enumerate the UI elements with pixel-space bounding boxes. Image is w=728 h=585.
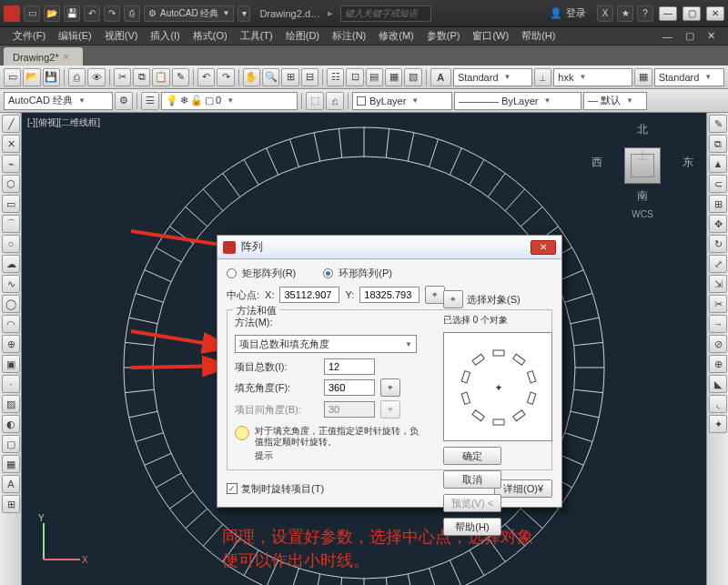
qat-new-file-icon[interactable]: ▭ (24, 5, 40, 22)
tool-scale-icon[interactable]: ⤢ (709, 255, 727, 273)
qat-open-icon[interactable]: 📂 (44, 5, 60, 22)
pick-fill-angle-icon[interactable]: ⌖ (380, 378, 400, 397)
tool-rotate-icon[interactable]: ↻ (709, 235, 727, 253)
qat-dropdown-icon[interactable]: ▾ (238, 5, 250, 22)
linetype-selector[interactable]: ———— ByLayer▼ (454, 92, 581, 110)
tool-gradient-icon[interactable]: ◐ (2, 415, 20, 433)
tb-match-icon[interactable]: ✎ (172, 68, 189, 86)
tool-spline-icon[interactable]: ∿ (2, 275, 20, 293)
tool-block-icon[interactable]: ▣ (2, 355, 20, 373)
tool-mirror-icon[interactable]: ▲ (709, 155, 727, 173)
mdi-minimize-icon[interactable]: — (657, 31, 678, 42)
tool-stretch-icon[interactable]: ⇲ (709, 275, 727, 293)
total-items-input[interactable] (324, 358, 375, 375)
tb-preview-icon[interactable]: 👁 (87, 68, 105, 86)
login-link[interactable]: 👤 登录 (550, 6, 586, 20)
tb-save-icon[interactable]: 💾 (43, 68, 60, 86)
tool-move-icon[interactable]: ✥ (709, 215, 727, 233)
tool-hatch-icon[interactable]: ▨ (2, 395, 20, 413)
workspace-selector-2[interactable]: AutoCAD 经典▼ (4, 92, 113, 110)
tb-table-icon[interactable]: ▦ (634, 68, 652, 86)
tool-ellipse-icon[interactable]: ◯ (2, 295, 20, 313)
tool-xline-icon[interactable]: ✕ (2, 135, 20, 153)
exchange-icon[interactable]: X (597, 5, 613, 22)
tool-table-icon[interactable]: ▦ (2, 455, 20, 473)
cancel-button[interactable]: 取消 (443, 470, 501, 489)
tb-print-icon[interactable]: ⎙ (68, 68, 86, 86)
compass-east[interactable]: 东 (682, 155, 693, 170)
tb-dim-icon[interactable]: ⟂ (534, 68, 551, 86)
tool-revcloud-icon[interactable]: ☁ (2, 255, 20, 273)
keyword-search-input[interactable] (340, 5, 431, 22)
tool-polygon-icon[interactable]: ⬡ (2, 175, 20, 193)
tool-extend-icon[interactable]: → (709, 315, 727, 333)
tool-ellipse-arc-icon[interactable]: ◠ (2, 315, 20, 333)
radio-rect-label[interactable]: 矩形阵列(R) (242, 267, 296, 280)
qat-print-icon[interactable]: ⎙ (124, 5, 140, 22)
viewcube-top-icon[interactable]: 上 (624, 147, 661, 184)
tb-tool-pal-icon[interactable]: ▤ (366, 68, 383, 86)
radio-rect-array[interactable] (227, 268, 237, 278)
qat-redo-icon[interactable]: ↷ (104, 5, 120, 22)
menu-window[interactable]: 窗口(W) (467, 29, 514, 43)
tb-layer-mgr-icon[interactable]: ☰ (141, 92, 159, 110)
menu-draw[interactable]: 绘图(D) (280, 29, 325, 43)
tool-addsel-icon[interactable]: ⊞ (2, 495, 20, 513)
tb-layer-prev-icon[interactable]: ⎌ (326, 92, 344, 110)
menu-file[interactable]: 文件(F) (7, 29, 51, 43)
window-close-icon[interactable]: ✕ (706, 6, 724, 21)
window-minimize-icon[interactable]: — (659, 6, 677, 21)
ucs-icon[interactable]: Y X (36, 512, 91, 567)
lineweight-selector[interactable]: — 默认▼ (583, 92, 647, 110)
tb-sheet-icon[interactable]: ▦ (385, 68, 402, 86)
tb-new-icon[interactable]: ▭ (4, 68, 21, 86)
tool-fillet-icon[interactable]: ◟ (709, 395, 727, 413)
help-button[interactable]: 帮助(H) (443, 518, 501, 536)
menu-modify[interactable]: 修改(M) (373, 29, 420, 43)
tb-ws-cfg-icon[interactable]: ⚙ (115, 92, 133, 110)
tool-offset-icon[interactable]: ⊂ (709, 175, 727, 193)
radio-polar-label[interactable]: 环形阵列(P) (339, 267, 392, 280)
tb-dc-icon[interactable]: ⊡ (346, 68, 363, 86)
workspace-selector[interactable]: ⚙ AutoCAD 经典 ▼ (144, 5, 234, 22)
qat-save-icon[interactable]: 💾 (64, 5, 80, 22)
select-objects-icon[interactable]: ⌖ (443, 290, 463, 308)
qat-undo-icon[interactable]: ↶ (84, 5, 100, 22)
tb-zoom-win-icon[interactable]: ⊞ (281, 68, 298, 86)
dimstyle-selector[interactable]: hxk▼ (553, 68, 632, 86)
tb-copy-icon[interactable]: ⧉ (133, 68, 150, 86)
tablestyle-selector[interactable]: Standard▼ (654, 68, 724, 86)
tool-line-icon[interactable]: ╱ (2, 115, 20, 133)
help-icon[interactable]: ? (637, 5, 653, 22)
menu-view[interactable]: 视图(V) (99, 29, 144, 43)
tool-mtext-icon[interactable]: A (2, 475, 20, 493)
mdi-close-icon[interactable]: ✕ (702, 30, 721, 42)
favorite-icon[interactable]: ★ (617, 5, 633, 22)
menu-dimension[interactable]: 标注(N) (327, 29, 371, 43)
tb-undo-icon[interactable]: ↶ (197, 68, 215, 86)
tool-chamfer-icon[interactable]: ◣ (709, 375, 727, 393)
tb-markup-icon[interactable]: ▧ (404, 68, 421, 86)
tb-paste-icon[interactable]: 📋 (152, 68, 169, 86)
fill-angle-input[interactable] (324, 379, 375, 396)
tb-props-icon[interactable]: ☷ (327, 68, 344, 86)
dialog-titlebar[interactable]: 阵列 ✕ (217, 236, 561, 259)
radio-polar-array[interactable] (323, 268, 333, 278)
app-logo-icon[interactable] (4, 5, 20, 22)
menu-help[interactable]: 帮助(H) (516, 29, 561, 43)
tb-open-icon[interactable]: 📂 (23, 68, 40, 86)
tb-pan-icon[interactable]: ✋ (243, 68, 260, 86)
tool-circle-icon[interactable]: ○ (2, 235, 20, 253)
tool-erase-icon[interactable]: ✎ (709, 115, 727, 133)
tb-zoom-prev-icon[interactable]: ⊟ (301, 68, 318, 86)
color-selector[interactable]: ByLayer▼ (352, 92, 452, 110)
center-x-input[interactable] (279, 287, 339, 303)
tb-cut-icon[interactable]: ✂ (114, 68, 131, 86)
file-tab-drawing2[interactable]: Drawing2* ✕ (4, 47, 83, 66)
tool-region-icon[interactable]: ▢ (2, 435, 20, 453)
viewport-label[interactable]: [-][俯视][二维线框] (27, 116, 100, 129)
tool-point-icon[interactable]: · (2, 375, 20, 393)
window-maximize-icon[interactable]: ▢ (682, 6, 701, 21)
mdi-restore-icon[interactable]: ▢ (680, 30, 700, 42)
file-tab-close-icon[interactable]: ✕ (63, 53, 70, 62)
